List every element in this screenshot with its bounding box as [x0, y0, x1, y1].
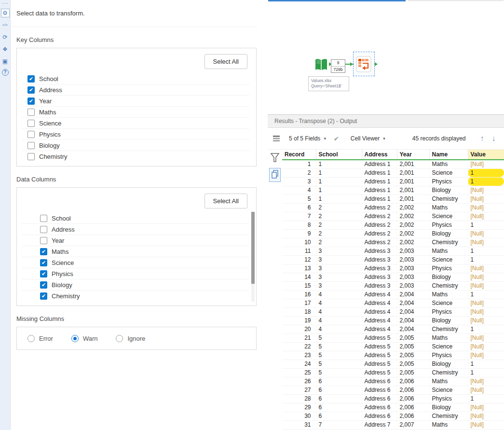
cell-record[interactable]: 19	[282, 316, 316, 325]
help-icon[interactable]: ?	[2, 69, 9, 76]
col-header-value[interactable]: Value	[468, 150, 504, 160]
checkbox[interactable]	[40, 248, 47, 255]
key-columns-select-all-button[interactable]: Select All	[204, 54, 247, 69]
cell-address[interactable]: Address 5	[362, 368, 397, 377]
checkbox[interactable]	[27, 75, 35, 83]
cell-record[interactable]: 13	[282, 264, 316, 273]
scrollbar-thumb[interactable]	[251, 212, 255, 284]
cell-record[interactable]: 9	[282, 229, 316, 238]
settings-icon[interactable]: ⚙	[1, 9, 10, 17]
cell-school[interactable]: 7	[316, 420, 362, 429]
cell-address[interactable]: Address 6	[362, 386, 397, 394]
cell-record[interactable]: 6	[282, 203, 316, 212]
cell-address[interactable]: Address 3	[362, 247, 397, 255]
copy-cells-icon[interactable]	[269, 168, 281, 182]
cell-value[interactable]: 1	[468, 168, 504, 177]
cell-year[interactable]: 2,004	[397, 307, 429, 316]
cell-year[interactable]: 2,002	[397, 229, 429, 238]
cell-school[interactable]: 2	[316, 203, 362, 212]
cell-value[interactable]: [Null]	[468, 351, 504, 360]
checkbox[interactable]	[40, 237, 47, 244]
cell-value[interactable]: [Null]	[468, 377, 504, 386]
cell-record[interactable]: 8	[282, 221, 316, 229]
radio-error[interactable]: Error	[27, 335, 53, 342]
cell-record[interactable]: 7	[282, 212, 316, 221]
cell-name[interactable]: Physics	[429, 264, 468, 273]
code-icon[interactable]: </>	[1, 21, 10, 29]
cell-value[interactable]: [Null]	[468, 273, 504, 281]
cell-address[interactable]: Address 7	[362, 420, 397, 429]
checkbox[interactable]	[40, 226, 47, 233]
tool-annotation[interactable]: Values.xlsx Query='Sheet1$'	[308, 76, 349, 91]
cell-address[interactable]: Address 4	[362, 299, 397, 307]
cell-value[interactable]: 1	[468, 368, 504, 377]
checkbox-row-chemistry[interactable]: Chemistry	[22, 291, 249, 302]
checkbox[interactable]	[27, 97, 35, 105]
cell-record[interactable]: 22	[282, 342, 316, 351]
cell-record[interactable]: 15	[282, 281, 316, 290]
cell-address[interactable]: Address 5	[362, 351, 397, 360]
cell-school[interactable]: 5	[316, 351, 362, 360]
cell-year[interactable]: 2,003	[397, 247, 429, 255]
checkbox[interactable]	[27, 153, 35, 160]
cell-year[interactable]: 2,003	[397, 255, 429, 264]
cell-school[interactable]: 2	[316, 221, 362, 229]
radio-button[interactable]	[71, 335, 79, 342]
cell-school[interactable]: 4	[316, 325, 362, 333]
tag-icon[interactable]: ❖	[1, 45, 10, 54]
cell-address[interactable]: Address 1	[362, 194, 397, 203]
checkbox-row-address[interactable]: Address	[22, 224, 249, 235]
radio-warn[interactable]: Warn	[71, 335, 98, 342]
transpose-tool[interactable]	[356, 56, 371, 72]
cell-name[interactable]: Physics	[429, 394, 468, 403]
checkbox-row-biology[interactable]: Biology	[22, 279, 249, 291]
cell-school[interactable]: 2	[316, 212, 362, 221]
cell-value[interactable]: 1	[468, 325, 504, 333]
checkbox-row-physics[interactable]: Physics	[22, 129, 249, 140]
cell-year[interactable]: 2,006	[397, 377, 429, 386]
table-options-icon[interactable]	[272, 134, 281, 143]
cell-school[interactable]: 6	[316, 403, 362, 412]
cell-value[interactable]: 1	[468, 221, 504, 229]
cell-year[interactable]: 2,001	[397, 177, 429, 186]
cell-address[interactable]: Address 1	[362, 168, 397, 177]
data-columns-select-all-button[interactable]: Select All	[204, 194, 247, 208]
cell-address[interactable]: Address 2	[362, 203, 397, 212]
cell-address[interactable]: Address 4	[362, 290, 397, 299]
cell-value[interactable]: [Null]	[468, 299, 504, 307]
data-columns-scrollbar[interactable]	[251, 212, 255, 302]
cell-record[interactable]: 28	[282, 394, 316, 403]
cell-address[interactable]: Address 3	[362, 273, 397, 281]
cell-value[interactable]: [Null]	[468, 281, 504, 290]
cell-school[interactable]: 4	[316, 299, 362, 307]
cell-school[interactable]: 2	[316, 238, 362, 247]
cell-name[interactable]: Science	[429, 299, 468, 307]
apply-checkmark-icon[interactable]: ✔	[334, 135, 339, 142]
checkbox-row-science[interactable]: Science	[22, 118, 249, 129]
cell-address[interactable]: Address 3	[362, 255, 397, 264]
cell-value[interactable]: 1	[468, 247, 504, 255]
cell-address[interactable]: Address 6	[362, 403, 397, 412]
radio-button[interactable]	[27, 335, 35, 342]
cell-address[interactable]: Address 2	[362, 212, 397, 221]
col-header-name[interactable]: Name	[429, 150, 468, 160]
cell-year[interactable]: 2,006	[397, 394, 429, 403]
cell-year[interactable]: 2,006	[397, 403, 429, 412]
cell-value[interactable]: [Null]	[468, 316, 504, 325]
cell-year[interactable]: 2,002	[397, 238, 429, 247]
cell-value[interactable]: 1	[468, 255, 504, 264]
cell-record[interactable]: 12	[282, 255, 316, 264]
cell-name[interactable]: Biology	[429, 360, 468, 368]
cell-address[interactable]: Address 6	[362, 377, 397, 386]
checkbox[interactable]	[40, 270, 47, 277]
cell-year[interactable]: 2,006	[397, 412, 429, 420]
cell-name[interactable]: Science	[429, 255, 468, 264]
cell-name[interactable]: Biology	[429, 316, 468, 325]
cell-year[interactable]: 2,002	[397, 212, 429, 221]
cell-name[interactable]: Physics	[429, 351, 468, 360]
row-select-icon[interactable]	[269, 152, 281, 166]
cell-address[interactable]: Address 3	[362, 281, 397, 290]
cell-record[interactable]: 11	[282, 247, 316, 255]
cell-school[interactable]: 4	[316, 290, 362, 299]
cell-value[interactable]: [Null]	[468, 307, 504, 316]
